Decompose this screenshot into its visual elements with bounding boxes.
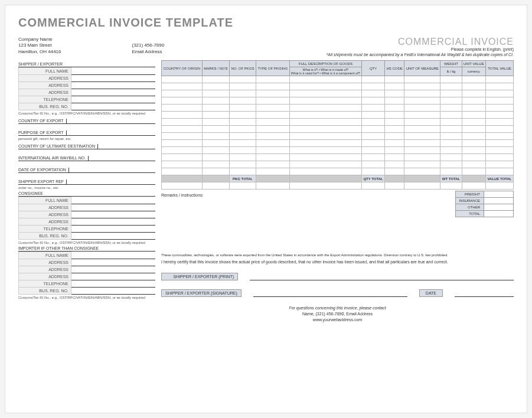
table-cell[interactable]: [202, 147, 229, 154]
field-input[interactable]: [71, 211, 155, 218]
table-cell[interactable]: [202, 105, 229, 112]
table-cell[interactable]: [230, 119, 256, 126]
field-input[interactable]: [71, 280, 155, 288]
table-cell[interactable]: [404, 168, 440, 175]
table-cell[interactable]: [202, 126, 229, 133]
table-cell[interactable]: [404, 83, 440, 90]
table-cell[interactable]: [362, 154, 385, 161]
table-cell[interactable]: [440, 90, 462, 97]
table-cell[interactable]: [230, 133, 256, 140]
table-cell[interactable]: [256, 97, 289, 105]
table-cell[interactable]: [404, 161, 440, 168]
field-input[interactable]: [71, 197, 155, 204]
table-cell[interactable]: [289, 133, 361, 140]
table-cell[interactable]: [256, 126, 289, 133]
table-cell[interactable]: [289, 168, 361, 175]
table-cell[interactable]: [202, 90, 229, 97]
field-input[interactable]: [71, 266, 155, 273]
table-cell[interactable]: [462, 112, 486, 119]
field-input[interactable]: [71, 103, 155, 110]
table-cell[interactable]: [162, 112, 203, 119]
table-cell[interactable]: [385, 83, 404, 90]
sig-signature-line[interactable]: [253, 289, 407, 297]
table-cell[interactable]: [404, 133, 440, 140]
table-cell[interactable]: [462, 154, 486, 161]
table-cell[interactable]: [462, 90, 486, 97]
field-input[interactable]: [71, 273, 155, 280]
table-cell[interactable]: [362, 112, 385, 119]
table-cell[interactable]: [256, 147, 289, 154]
table-cell[interactable]: [230, 83, 256, 90]
table-cell[interactable]: [202, 76, 229, 83]
table-cell[interactable]: [385, 105, 404, 112]
table-cell[interactable]: [404, 140, 440, 147]
table-cell[interactable]: [289, 154, 361, 161]
table-cell[interactable]: [162, 133, 203, 140]
table-cell[interactable]: [202, 140, 229, 147]
table-cell[interactable]: [230, 90, 256, 97]
table-cell[interactable]: [385, 112, 404, 119]
table-cell[interactable]: [385, 147, 404, 154]
table-cell[interactable]: [162, 105, 203, 112]
table-cell[interactable]: [462, 161, 486, 168]
table-cell[interactable]: [362, 76, 385, 83]
table-cell[interactable]: [256, 105, 289, 112]
table-cell[interactable]: [256, 140, 289, 147]
table-cell[interactable]: [486, 119, 514, 126]
table-cell[interactable]: [404, 112, 440, 119]
field-input[interactable]: [71, 233, 155, 240]
table-cell[interactable]: [362, 126, 385, 133]
total-value[interactable]: [484, 211, 514, 217]
insurance-value[interactable]: [484, 198, 514, 204]
table-cell[interactable]: [289, 83, 361, 90]
table-cell[interactable]: [404, 97, 440, 105]
table-cell[interactable]: [462, 133, 486, 140]
table-cell[interactable]: [162, 97, 203, 105]
shipper-ref-field[interactable]: SHIPPER EXPORT REF: [18, 177, 155, 185]
table-cell[interactable]: [230, 76, 256, 83]
table-cell[interactable]: [230, 161, 256, 168]
table-cell[interactable]: [230, 97, 256, 105]
table-cell[interactable]: [162, 119, 203, 126]
table-cell[interactable]: [230, 105, 256, 112]
table-cell[interactable]: [404, 126, 440, 133]
table-cell[interactable]: [462, 126, 486, 133]
table-cell[interactable]: [404, 119, 440, 126]
table-cell[interactable]: [289, 140, 361, 147]
table-cell[interactable]: [486, 105, 514, 112]
freight-value[interactable]: [484, 191, 514, 198]
table-cell[interactable]: [289, 126, 361, 133]
table-cell[interactable]: [256, 76, 289, 83]
field-input[interactable]: [71, 82, 155, 89]
table-cell[interactable]: [440, 154, 462, 161]
table-cell[interactable]: [202, 133, 229, 140]
table-cell[interactable]: [385, 119, 404, 126]
table-cell[interactable]: [162, 90, 203, 97]
table-cell[interactable]: [486, 140, 514, 147]
table-cell[interactable]: [230, 168, 256, 175]
table-cell[interactable]: [486, 97, 514, 105]
table-cell[interactable]: [202, 119, 229, 126]
field-input[interactable]: [71, 252, 155, 259]
table-cell[interactable]: [440, 97, 462, 105]
table-cell[interactable]: [162, 161, 203, 168]
field-input[interactable]: [71, 288, 155, 295]
table-cell[interactable]: [162, 140, 203, 147]
table-cell[interactable]: [230, 126, 256, 133]
table-cell[interactable]: [202, 97, 229, 105]
table-cell[interactable]: [162, 168, 203, 175]
table-cell[interactable]: [404, 154, 440, 161]
sig-print-line[interactable]: [250, 272, 514, 280]
table-cell[interactable]: [440, 133, 462, 140]
table-cell[interactable]: [462, 119, 486, 126]
table-cell[interactable]: [289, 112, 361, 119]
table-cell[interactable]: [462, 97, 486, 105]
table-cell[interactable]: [385, 90, 404, 97]
field-input[interactable]: [71, 226, 155, 233]
field-input[interactable]: [71, 96, 155, 103]
table-cell[interactable]: [486, 133, 514, 140]
table-cell[interactable]: [385, 133, 404, 140]
table-cell[interactable]: [440, 76, 462, 83]
table-cell[interactable]: [440, 112, 462, 119]
table-cell[interactable]: [486, 112, 514, 119]
